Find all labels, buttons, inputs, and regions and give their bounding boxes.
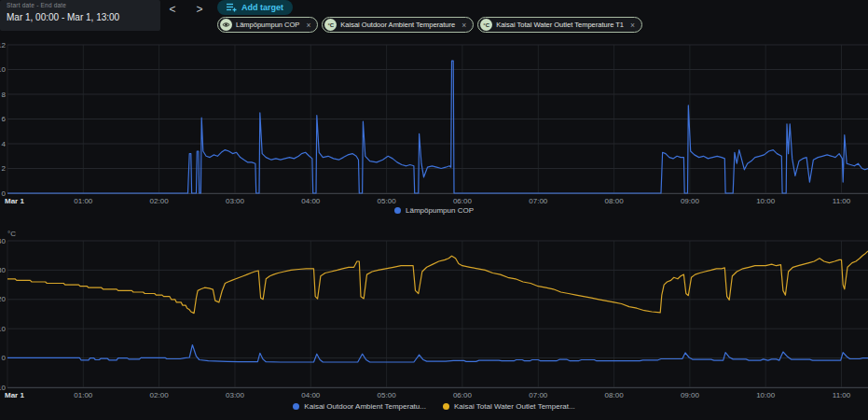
celsius-icon: °C — [324, 19, 337, 31]
y-axis-tick-label: 2 — [2, 164, 7, 173]
x-axis-tick-label: 07:00 — [529, 197, 548, 205]
series-color-dot — [443, 403, 449, 410]
close-icon[interactable]: × — [306, 21, 310, 30]
target-chip-list: Lämpöpumpun COP × °C Kaisai Outdoor Ambi… — [217, 17, 642, 33]
y-axis-tick-label: 6 — [2, 115, 7, 123]
series-line — [7, 345, 868, 363]
date-range-value: Mar 1, 00:00 - Mar 1, 13:00 — [7, 12, 154, 22]
legend-label: Kaisai Total Water Outlet Temperat... — [454, 402, 575, 411]
celsius-icon: °C — [480, 19, 492, 31]
x-axis-tick-label: 07:00 — [529, 391, 548, 399]
close-icon[interactable]: × — [630, 21, 635, 30]
dashboard: Start date - End date Mar 1, 00:00 - Mar… — [0, 0, 868, 420]
add-target-button[interactable]: Add target — [217, 0, 293, 15]
x-axis-tick-label: 08:00 — [605, 197, 625, 205]
x-axis-tick-label: 04:00 — [301, 391, 321, 399]
legend-label: Kaisai Outdoor Ambient Temperatu... — [304, 402, 426, 411]
x-axis-tick-label: Mar 1 — [5, 391, 24, 399]
y-axis-tick-label: 4 — [2, 140, 7, 148]
x-axis-tick-label: 03:00 — [226, 197, 245, 205]
legend-item-outdoor-ambient[interactable]: Kaisai Outdoor Ambient Temperatu... — [293, 402, 426, 411]
cop-chart-legend: Lämpöpumpun COP — [0, 206, 868, 215]
eye-icon — [220, 19, 232, 31]
x-axis-tick-label: Mar 1 — [5, 197, 24, 205]
chevron-right-icon: > — [196, 3, 202, 16]
x-axis-tick-label: 10:00 — [756, 197, 776, 205]
add-target-icon — [227, 3, 237, 12]
chip-label: Kaisai Total Water Outlet Temperature T1 — [496, 21, 624, 29]
legend-label: Lämpöpumpun COP — [406, 206, 474, 215]
y-axis-unit-label: °C — [7, 230, 16, 238]
x-axis-tick-label: 10:00 — [756, 391, 776, 399]
x-axis-tick-label: 06:00 — [453, 197, 473, 205]
chip-water-outlet-temperature[interactable]: °C Kaisai Total Water Outlet Temperature… — [477, 17, 642, 33]
next-range-button[interactable]: > — [190, 2, 209, 17]
chip-lampopumpun-cop[interactable]: Lämpöpumpun COP × — [217, 17, 318, 33]
chevron-left-icon: < — [169, 3, 175, 16]
x-axis-tick-label: 11:00 — [833, 197, 851, 205]
temperature-chart-canvas[interactable]: -10010203040Mar 101:0002:0003:0004:0005:… — [0, 228, 868, 401]
x-axis-tick-label: 02:00 — [150, 391, 170, 399]
x-axis-tick-label: 04:00 — [301, 197, 321, 205]
x-axis-tick-label: 09:00 — [681, 197, 700, 205]
series-line — [7, 251, 868, 314]
x-axis-tick-label: 01:00 — [74, 197, 93, 205]
x-axis-tick-label: 05:00 — [378, 197, 397, 205]
y-axis-tick-label: 0 — [2, 354, 7, 362]
x-axis-tick-label: 11:00 — [833, 391, 851, 399]
x-axis-tick-label: 09:00 — [681, 391, 700, 399]
x-axis-tick-label: 05:00 — [378, 391, 397, 399]
y-axis-tick-label: 20 — [0, 295, 7, 303]
legend-item-cop[interactable]: Lämpöpumpun COP — [394, 206, 474, 215]
cop-chart-canvas[interactable]: 024681012Mar 101:0002:0003:0004:0005:000… — [0, 39, 868, 205]
chip-label: Lämpöpumpun COP — [236, 21, 299, 29]
y-axis-tick-label: 12 — [0, 41, 7, 49]
x-axis-tick-label: 06:00 — [453, 391, 473, 399]
add-target-label: Add target — [241, 3, 283, 12]
series-color-dot — [293, 403, 299, 410]
chip-label: Kaisai Outdoor Ambient Temperature — [340, 21, 455, 29]
series-color-dot — [394, 207, 401, 214]
temperature-chart-legend: Kaisai Outdoor Ambient Temperatu... Kais… — [0, 402, 868, 411]
date-range-label: Start date - End date — [7, 2, 154, 8]
y-axis-tick-label: 30 — [0, 266, 7, 274]
y-axis-tick-label: 40 — [0, 237, 7, 245]
y-axis-tick-label: 8 — [2, 91, 7, 99]
chip-outdoor-ambient-temperature[interactable]: °C Kaisai Outdoor Ambient Temperature × — [322, 17, 474, 33]
legend-item-water-outlet[interactable]: Kaisai Total Water Outlet Temperat... — [443, 402, 575, 411]
x-axis-tick-label: 02:00 — [150, 197, 170, 205]
date-range-picker[interactable]: Start date - End date Mar 1, 00:00 - Mar… — [0, 0, 160, 31]
x-axis-tick-label: 01:00 — [74, 391, 93, 399]
x-axis-tick-label: 03:00 — [226, 391, 245, 399]
series-line — [7, 61, 868, 193]
y-axis-tick-label: 10 — [0, 65, 7, 74]
close-icon[interactable]: × — [462, 21, 466, 30]
previous-range-button[interactable]: < — [163, 2, 182, 17]
x-axis-tick-label: 08:00 — [605, 391, 625, 399]
y-axis-tick-label: 10 — [0, 325, 7, 333]
